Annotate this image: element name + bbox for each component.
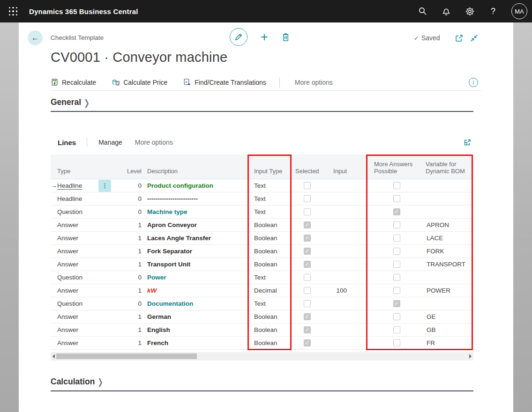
cell-level[interactable]: 1 [112,310,143,323]
selected-checkbox[interactable] [304,300,311,307]
cell-input[interactable] [323,324,350,336]
more-answers-checkbox[interactable] [393,300,400,307]
selected-checkbox[interactable] [304,248,311,255]
cell-type[interactable]: Answer [57,258,98,271]
cell-variable-for-dynamic-bom[interactable]: APRON [425,219,473,231]
cell-variable-for-dynamic-bom[interactable] [425,271,473,284]
cell-selected[interactable] [291,271,323,284]
selected-checkbox[interactable] [304,261,311,268]
selected-checkbox[interactable] [304,313,311,320]
cell-input[interactable] [323,179,350,192]
open-in-new-window-icon[interactable] [455,34,464,43]
cell-level[interactable]: 1 [112,219,143,231]
cell-selected[interactable] [291,297,323,310]
cell-selected[interactable] [291,258,323,271]
cell-level[interactable]: 1 [112,258,143,271]
cell-more-answers-possible[interactable] [368,297,425,310]
lines-focus-mode-icon[interactable] [463,138,472,147]
cell-variable-for-dynamic-bom[interactable]: POWER [425,284,473,297]
cell-level[interactable]: 1 [112,245,143,258]
cell-description[interactable]: kW [143,284,248,297]
selected-checkbox[interactable] [304,274,311,281]
cell-variable-for-dynamic-bom[interactable]: FORK [425,245,473,258]
selected-checkbox[interactable] [304,221,311,228]
cell-selected[interactable] [291,179,323,192]
more-answers-checkbox[interactable] [393,313,400,320]
column-header-type[interactable]: Type [57,168,98,179]
cell-input-type[interactable]: Boolean [248,324,291,336]
cell-selected[interactable] [291,324,323,336]
app-launcher-icon[interactable] [8,7,18,16]
lines-manage-menu[interactable]: Manage [98,139,122,146]
cell-description[interactable]: Apron Conveyor [143,219,248,231]
cell-level[interactable]: 1 [112,284,143,297]
more-answers-checkbox[interactable] [393,235,400,242]
more-answers-checkbox[interactable] [393,208,400,215]
selected-checkbox[interactable] [304,339,311,346]
cell-input[interactable] [323,232,350,244]
cell-type[interactable]: Question [57,271,98,284]
notifications-bell-icon[interactable] [441,6,451,16]
cell-type[interactable]: Headline [57,192,98,205]
cell-more-answers-possible[interactable] [368,284,425,297]
cell-input[interactable] [323,271,350,284]
cell-input-type[interactable]: Text [248,206,291,218]
more-answers-checkbox[interactable] [393,339,400,346]
cell-variable-for-dynamic-bom[interactable]: GE [425,310,473,323]
cell-input[interactable] [323,297,350,310]
cell-level[interactable]: 1 [112,324,143,336]
cell-variable-for-dynamic-bom[interactable]: FR [425,337,473,349]
settings-gear-icon[interactable] [465,6,475,16]
selected-checkbox[interactable] [304,208,311,215]
cell-input[interactable] [323,337,350,349]
cell-input-type[interactable]: Boolean [248,232,291,244]
more-answers-checkbox[interactable] [393,287,400,294]
cell-more-answers-possible[interactable] [368,324,425,336]
cell-input[interactable] [323,192,350,205]
help-icon[interactable]: ? [488,6,498,16]
column-header-variable-for-dynamic-bom[interactable]: Variable for Dynamic BOM [425,161,473,179]
action-find-create-translations[interactable]: a Find/Create Translations [183,78,266,86]
delete-button[interactable] [281,32,290,42]
search-icon[interactable] [418,6,428,16]
cell-more-answers-possible[interactable] [368,232,425,244]
cell-type[interactable]: Answer [57,310,98,323]
more-answers-checkbox[interactable] [393,221,400,228]
cell-selected[interactable] [291,232,323,244]
cell-type[interactable]: Answer [57,324,98,336]
cell-description[interactable]: German [143,310,248,323]
cell-type[interactable]: Answer [57,219,98,231]
new-button[interactable]: + [259,31,270,44]
cell-input[interactable] [323,219,350,231]
cell-level[interactable]: 0 [112,297,143,310]
column-header-more-answers-possible[interactable]: More Answers Possible [368,161,425,179]
cell-input[interactable]: 100 [323,284,350,297]
selected-checkbox[interactable] [304,182,311,189]
cell-type[interactable]: Answer [57,284,98,297]
cell-input-type[interactable]: Boolean [248,310,291,323]
cell-selected[interactable] [291,310,323,323]
cell-selected[interactable] [291,245,323,258]
tab-lines[interactable]: Lines [58,139,76,147]
cell-description[interactable]: Product configuration [143,179,248,192]
cell-input-type[interactable]: Boolean [248,258,291,271]
scroll-left-arrow[interactable] [52,354,55,359]
cell-input-type[interactable]: Decimal [248,284,291,297]
cell-level[interactable]: 1 [112,232,143,244]
selected-checkbox[interactable] [304,195,311,202]
cell-description[interactable]: Transport Unit [143,258,248,271]
back-button[interactable]: ← [28,30,43,45]
cell-more-answers-possible[interactable] [368,179,425,192]
cell-description[interactable]: Power [143,271,248,284]
cell-input[interactable] [323,206,350,218]
more-answers-checkbox[interactable] [393,248,400,255]
cell-input[interactable] [323,310,350,323]
cell-type[interactable]: Answer [57,232,98,244]
selected-checkbox[interactable] [304,287,311,294]
more-answers-checkbox[interactable] [393,182,400,189]
collapse-window-icon[interactable] [470,34,479,43]
more-answers-checkbox[interactable] [393,261,400,268]
cell-variable-for-dynamic-bom[interactable]: GB [425,324,473,336]
scrollbar-thumb[interactable] [56,353,197,359]
cell-description[interactable]: French [143,337,248,349]
